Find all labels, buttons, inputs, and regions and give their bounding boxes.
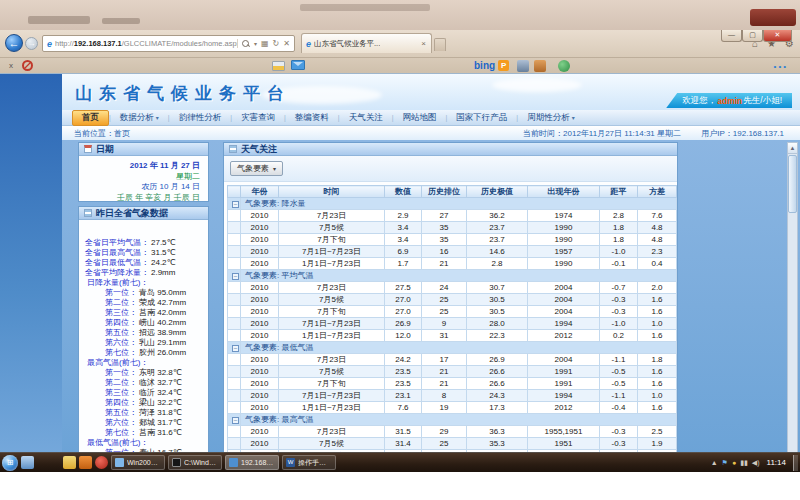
cell-4: 36.3	[467, 426, 528, 438]
globe-icon[interactable]	[558, 60, 570, 72]
group-expand-cell[interactable]: –	[228, 270, 241, 282]
taskbar-button-0[interactable]: Win2008 (VS2...	[111, 455, 165, 470]
cell-0: 2010	[241, 234, 279, 246]
scrollbar-thumb[interactable]	[788, 155, 797, 213]
table-row: 20107月1日~7月23日6.91614.61957-1.02.3	[228, 246, 677, 258]
cell-1: 7月23日	[279, 210, 385, 222]
blocked-content-icon[interactable]	[22, 60, 33, 71]
cell-2: 12.0	[385, 330, 422, 342]
nav-item-label: 天气关注	[349, 112, 383, 124]
share-icon[interactable]	[534, 60, 546, 72]
stat-row-2: 全省日最低气温：24.2℃	[79, 258, 208, 268]
chevron-down-icon: ▾	[273, 165, 276, 172]
collapse-icon[interactable]: –	[232, 273, 239, 280]
taskbar-clock[interactable]: 11:14	[767, 458, 786, 467]
cell-6: -1.0	[600, 318, 638, 330]
screen: — ▢ ✕ ← → e http://192.168.137.1/GLCCLIM…	[0, 0, 800, 500]
show-desktop-button[interactable]	[793, 455, 798, 471]
taskbar-button-3[interactable]: W操作手册.docx ...	[282, 455, 336, 470]
collapse-icon[interactable]: –	[232, 201, 239, 208]
row-expand-cell	[228, 306, 241, 318]
row-expand-cell	[228, 402, 241, 414]
nav-item-5[interactable]: 天气关注	[340, 111, 392, 125]
close-button[interactable]: ✕	[763, 30, 792, 42]
group-expand-cell[interactable]: –	[228, 414, 241, 426]
volume-icon[interactable]: ◀)	[752, 459, 760, 467]
weather-focus-title: 天气关注	[241, 143, 277, 156]
toolbar-more-icon[interactable]: •••	[774, 62, 788, 71]
mail-icon[interactable]	[291, 60, 305, 70]
minimize-button[interactable]: —	[721, 30, 742, 42]
cell-3: 24	[422, 282, 467, 294]
nav-item-4[interactable]: 整编资料	[286, 111, 338, 125]
row-expand-cell	[228, 426, 241, 438]
scroll-up-icon[interactable]: ▲	[788, 143, 797, 154]
chevron-down-icon[interactable]: ▾	[254, 40, 257, 47]
quick-launch-icon[interactable]	[21, 456, 34, 469]
camera-icon[interactable]	[517, 60, 529, 72]
maximize-button[interactable]: ▢	[742, 30, 763, 42]
app-icon[interactable]	[95, 456, 108, 469]
calendar-ganzhi: 壬辰 年 辛亥 月 壬辰 日	[79, 193, 200, 204]
folder-icon[interactable]	[63, 456, 76, 469]
tab-close-icon[interactable]: ×	[420, 39, 427, 48]
nav-item-label: 韵律性分析	[179, 112, 222, 124]
network-icon[interactable]: ▮▮	[740, 459, 748, 467]
taskbar-button-2[interactable]: 192.168.59.99...	[225, 455, 279, 470]
cell-6: -1.1	[600, 354, 638, 366]
page-left-strip	[0, 74, 62, 472]
webpage: 山东省气候业务平台 欢迎您，admin 先生/小姐! 首页|数据分析▾|韵律性分…	[0, 74, 800, 472]
yesterday-data-panel: 昨日全省气象数据 全省日平均气温：27.5℃全省日最高气温：31.5℃全省日最低…	[78, 206, 209, 472]
site-title: 山东省气候业务平台	[75, 82, 291, 105]
stat-label: 全省日平均气温：	[79, 238, 149, 248]
cell-1: 1月1日~7月23日	[279, 330, 385, 342]
nav-item-8[interactable]: 周期性分析▾	[518, 111, 584, 125]
nav-item-6[interactable]: 网站地图	[393, 111, 445, 125]
compatibility-view-icon[interactable]: ▦	[261, 39, 269, 48]
table-row: 20107月5候3.43523.719901.84.8	[228, 222, 677, 234]
media-app-icon[interactable]	[79, 456, 92, 469]
element-filter-button[interactable]: 气象要素 ▾	[230, 161, 283, 176]
cell-0: 2010	[241, 402, 279, 414]
group-row-0[interactable]: –气象要素: 降水量	[228, 198, 677, 210]
group-expand-cell[interactable]: –	[228, 342, 241, 354]
rank-label: 第七位：	[79, 428, 137, 438]
nav-item-3[interactable]: 灾害查询	[232, 111, 284, 125]
tray-expand-icon[interactable]: ▲	[711, 459, 718, 466]
back-button[interactable]: ←	[5, 34, 23, 52]
section-title-2: 最低气温(前七)：	[79, 438, 208, 448]
cell-7: 1.6	[638, 402, 677, 414]
forward-button[interactable]: →	[25, 37, 38, 50]
start-button[interactable]: ⊞	[2, 455, 18, 471]
nav-item-1[interactable]: 数据分析▾	[111, 111, 168, 125]
group-row-1[interactable]: –气象要素: 平均气温	[228, 270, 677, 282]
search-icon[interactable]	[242, 40, 250, 48]
new-tab-button[interactable]	[434, 38, 446, 51]
nav-item-7[interactable]: 国家下行产品	[447, 111, 516, 125]
address-bar[interactable]: e http://192.168.137.1/GLCCLIMATE/module…	[42, 35, 295, 52]
update-icon[interactable]: ●	[732, 459, 736, 466]
bing-logo[interactable]: bingP	[474, 60, 509, 71]
nav-item-2[interactable]: 韵律性分析	[170, 111, 231, 125]
tab-title: 山东省气候业务平...	[314, 39, 380, 49]
group-row-2[interactable]: –气象要素: 最低气温	[228, 342, 677, 354]
stat-value: 31.5℃	[151, 248, 176, 257]
nav-item-0[interactable]: 首页	[72, 110, 109, 126]
row-expand-cell	[228, 210, 241, 222]
group-row-3[interactable]: –气象要素: 最高气温	[228, 414, 677, 426]
tab-favicon-icon: e	[306, 39, 311, 49]
page-scrollbar[interactable]: ▲ ▼	[787, 142, 798, 470]
browser-tab[interactable]: e 山东省气候业务平... ×	[301, 33, 432, 53]
collapse-icon[interactable]: –	[232, 345, 239, 352]
collapse-icon[interactable]: –	[232, 417, 239, 424]
background-window-artifact	[28, 16, 90, 24]
refresh-icon[interactable]: ↻	[273, 39, 280, 48]
cell-7: 1.0	[638, 390, 677, 402]
wallet-card-icon[interactable]	[272, 61, 285, 71]
stop-icon[interactable]: ✕	[283, 39, 290, 48]
group-expand-cell[interactable]: –	[228, 198, 241, 210]
action-center-icon[interactable]: ⚑	[722, 459, 728, 467]
taskbar-button-1[interactable]: C:\Windows\s...	[168, 455, 222, 470]
background-window-close-button[interactable]	[750, 9, 796, 26]
addon-bar-close-icon[interactable]: x	[9, 61, 13, 70]
